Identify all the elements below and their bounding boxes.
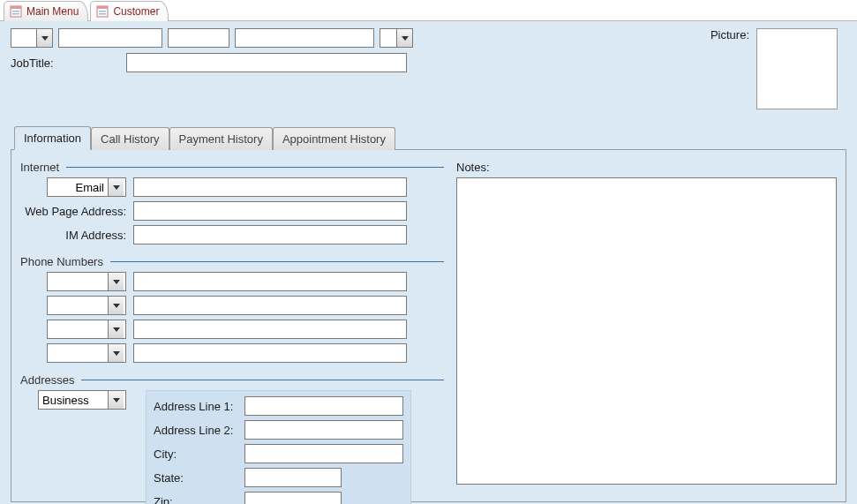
phone4-type-input[interactable] [48,344,108,362]
svg-rect-3 [12,13,19,15]
job-title-input[interactable] [126,53,407,72]
dropdown-icon[interactable] [108,273,124,290]
notes-label: Notes: [456,161,490,174]
web-input[interactable] [133,201,407,221]
tab-control: Information Call History Payment History… [11,125,846,502]
email-input[interactable] [133,177,407,197]
addr-zip-label: Zip: [154,495,237,505]
picture-label: Picture: [710,28,749,41]
header-row: JobTitle: Picture: [11,28,846,109]
im-input[interactable] [133,225,407,244]
dropdown-icon[interactable] [108,178,124,196]
tab-strip: Information Call History Payment History… [11,126,846,150]
prefix-combo[interactable] [11,28,53,48]
addr-city-input[interactable] [244,444,403,463]
customer-form-window: Main Menu Customer [0,0,857,504]
picture-box[interactable] [756,28,838,109]
address-type-combo[interactable] [38,390,126,410]
document-tabs: Main Menu Customer [0,0,857,21]
web-label: Web Page Address: [20,205,126,218]
svg-rect-1 [11,6,21,9]
group-addresses-title: Addresses [20,373,74,387]
tab-payment-history[interactable]: Payment History [169,127,273,150]
dropdown-icon[interactable] [108,297,124,314]
addr-state-input[interactable] [244,468,342,487]
phone1-type-combo[interactable] [47,272,126,291]
address-subform: Address Line 1: Address Line 2: City: [146,390,411,504]
divider [81,380,444,380]
dropdown-icon[interactable] [36,29,52,47]
email-type-combo[interactable] [47,177,126,197]
tab-main-menu-label: Main Menu [26,5,79,18]
group-phone-title: Phone Numbers [20,255,103,268]
middle-name-input[interactable] [168,28,229,48]
phone1-input[interactable] [133,272,407,291]
addr-line1-label: Address Line 1: [154,400,237,413]
group-addresses: Addresses [20,373,444,504]
addr-zip-input[interactable] [244,492,342,504]
last-name-input[interactable] [235,28,374,48]
tab-information[interactable]: Information [14,126,91,150]
svg-rect-7 [99,13,106,15]
addr-state-label: State: [154,471,237,485]
dropdown-icon[interactable] [396,29,412,47]
notes-input[interactable] [456,177,837,485]
job-title-label: JobTitle: [11,56,59,70]
dropdown-icon[interactable] [108,344,124,362]
tab-customer-label: Customer [113,5,159,18]
phone4-input[interactable] [133,343,407,363]
form-icon [96,5,109,18]
group-phone: Phone Numbers [20,255,444,363]
tab-appointment-history[interactable]: Appointment History [273,127,395,150]
addr-line1-input[interactable] [244,396,403,416]
tab-customer[interactable]: Customer [90,1,169,21]
phone2-type-input[interactable] [48,297,108,314]
svg-rect-5 [97,6,108,9]
first-name-input[interactable] [58,28,162,48]
addr-line2-input[interactable] [244,420,403,440]
address-type-input[interactable] [39,391,108,409]
divider [66,167,444,168]
form-icon [10,5,22,18]
prefix-input[interactable] [11,29,36,47]
group-internet-title: Internet [20,161,59,174]
phone2-input[interactable] [133,296,407,315]
phone1-type-input[interactable] [48,273,108,290]
suffix-input[interactable] [380,29,396,47]
suffix-combo[interactable] [380,28,413,48]
svg-rect-6 [99,11,106,12]
phone3-type-combo[interactable] [47,320,126,339]
svg-rect-2 [12,11,19,12]
tab-main-menu[interactable]: Main Menu [4,1,88,21]
phone2-type-combo[interactable] [47,296,126,315]
addr-city-label: City: [154,448,237,461]
phone4-type-combo[interactable] [47,343,126,363]
tab-call-history[interactable]: Call History [91,127,169,150]
dropdown-icon[interactable] [108,391,124,409]
im-label: IM Address: [20,229,126,242]
email-type-input[interactable] [48,178,108,196]
tab-page-information: Internet [11,149,846,502]
group-internet: Internet [20,161,444,244]
phone3-input[interactable] [133,320,407,339]
dropdown-icon[interactable] [108,320,124,338]
addr-line2-label: Address Line 2: [154,424,237,437]
form-body: JobTitle: Picture: Information Call Hist… [0,21,857,504]
phone3-type-input[interactable] [48,320,108,338]
divider [110,261,444,262]
